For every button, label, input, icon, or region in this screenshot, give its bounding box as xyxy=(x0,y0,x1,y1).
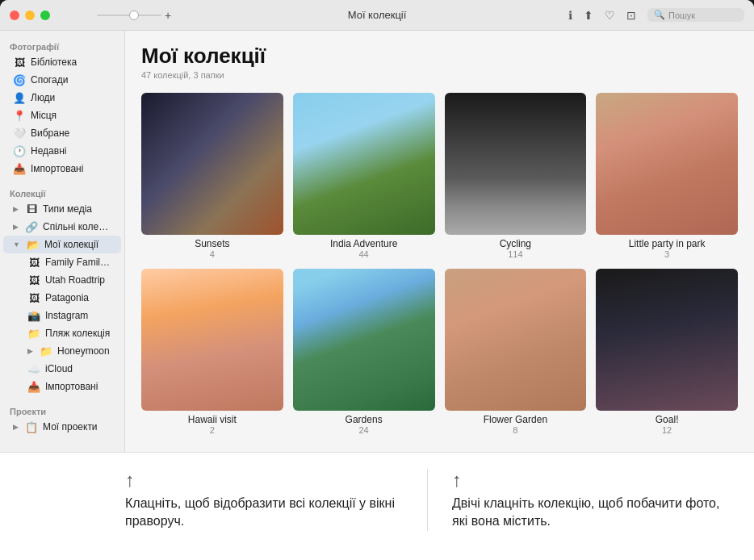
sidebar-item-imported2[interactable]: 📥 Імпортовані xyxy=(3,378,121,395)
sidebar-item-imported[interactable]: 📥 Імпортовані xyxy=(3,160,121,178)
photo-count-flower: 8 xyxy=(513,425,517,435)
sidebar-label-media-types: Типи медіа xyxy=(43,203,92,215)
chevron-down-icon: ▼ xyxy=(13,240,20,249)
sidebar-label-my-collections: Мої колекції xyxy=(44,239,98,250)
sidebar-item-icloud[interactable]: ☁️ iCloud xyxy=(3,360,121,378)
annotation-right-text: Двічі клацніть колекцію, щоб побачити фо… xyxy=(452,495,730,531)
sidebar-item-utah[interactable]: 🖼 Utah Roadtrip xyxy=(3,271,121,289)
sidebar-label-utah: Utah Roadtrip xyxy=(45,274,105,286)
list-item[interactable]: Cycling 114 xyxy=(445,93,587,259)
photo-thumbnail-party xyxy=(596,93,738,235)
sidebar-label-instagram: Instagram xyxy=(45,310,88,321)
titlebar-center: Мої колекції xyxy=(348,9,407,21)
content-area: Мої колекції 47 колекцій, 3 папки Sunset… xyxy=(125,31,754,452)
photo-name-india: India Adventure xyxy=(330,238,397,249)
sidebar-item-recent[interactable]: 🕐 Недавні xyxy=(3,142,121,160)
favorites-icon: 🤍 xyxy=(13,127,26,140)
photo-name-cycling: Cycling xyxy=(500,238,531,249)
photo-count-hawaii: 2 xyxy=(210,425,215,435)
annotation-right: ↑ Двічі клацніть колекцію, щоб побачити … xyxy=(427,469,754,531)
sidebar-label-imported2: Імпортовані xyxy=(45,381,98,392)
sidebar-item-shared[interactable]: ▶ 🔗 Спільні колекції xyxy=(3,218,121,236)
list-item[interactable]: Flower Garden 8 xyxy=(445,269,587,435)
patagonia-icon: 🖼 xyxy=(27,291,40,304)
chevron-right-icon2: ▶ xyxy=(13,223,19,231)
page-subtitle: 47 колекцій, 3 папки xyxy=(141,70,738,80)
sidebar-item-favorites[interactable]: 🤍 Вибране xyxy=(3,124,121,142)
sidebar-label-honeymoon: Honeymoon xyxy=(57,345,110,357)
list-item[interactable]: Goal! 12 xyxy=(596,269,738,435)
media-icon: 🎞 xyxy=(25,203,38,215)
close-button[interactable] xyxy=(10,10,19,20)
projects-icon: 📋 xyxy=(25,420,38,433)
places-icon: 📍 xyxy=(13,109,26,122)
photo-thumbnail-goal xyxy=(596,269,738,411)
recent-icon: 🕐 xyxy=(13,144,26,157)
memories-icon: 🌀 xyxy=(13,73,26,86)
utah-icon: 🖼 xyxy=(27,274,40,286)
list-item[interactable]: Sunsets 4 xyxy=(141,93,283,259)
photo-name-goal: Goal! xyxy=(656,414,679,425)
sidebar-label-memories: Спогади xyxy=(31,74,68,86)
list-item[interactable]: Hawaii visit 2 xyxy=(141,269,283,435)
list-item[interactable]: India Adventure 44 xyxy=(293,93,435,259)
sidebar-item-patagonia[interactable]: 🖼 Patagonia xyxy=(3,289,121,307)
window-title: Мої колекції xyxy=(348,9,407,21)
photo-name-hawaii: Hawaii visit xyxy=(188,414,237,425)
sidebar-label-people: Люди xyxy=(31,92,55,103)
share-icon[interactable]: ⬆ xyxy=(584,9,593,22)
list-item[interactable]: Little party in park 3 xyxy=(596,93,738,259)
list-item[interactable]: Gardens 24 xyxy=(293,269,435,435)
zoom-slider-track xyxy=(97,15,161,16)
chevron-right-icon: ▶ xyxy=(13,205,19,213)
zoom-slider-thumb[interactable] xyxy=(129,10,139,20)
instagram-icon: 📸 xyxy=(27,309,40,322)
photo-thumbnail-sunsets xyxy=(141,93,283,235)
search-box[interactable]: 🔍 Пошук xyxy=(647,8,744,22)
zoom-slider-container: + xyxy=(97,9,171,22)
sidebar-item-media-types[interactable]: ▶ 🎞 Типи медіа xyxy=(3,200,121,218)
sidebar-label-icloud: iCloud xyxy=(45,363,73,374)
photo-thumbnail-hawaii xyxy=(141,269,283,411)
sidebar-item-beach[interactable]: 📁 Пляж колекція xyxy=(3,324,121,342)
sidebar-label-places: Місця xyxy=(31,110,57,121)
annotation-left-text: Клацніть, щоб відобразити всі колекції у… xyxy=(125,495,403,531)
imported2-icon: 📥 xyxy=(27,380,40,393)
photo-thumbnail-flower xyxy=(445,269,587,411)
sidebar-label-beach: Пляж колекція xyxy=(45,328,110,339)
imported-icon: 📥 xyxy=(13,162,26,175)
sidebar-item-memories[interactable]: 🌀 Спогади xyxy=(3,71,121,89)
add-collection-icon[interactable]: ⊡ xyxy=(626,9,636,22)
page-title: Мої колекції xyxy=(141,44,738,69)
sidebar-item-my-projects[interactable]: ▶ 📋 Мої проекти xyxy=(3,418,121,436)
sidebar-item-instagram[interactable]: 📸 Instagram xyxy=(3,307,121,324)
photo-grid: Sunsets 4 India Adventure 44 Cycling 114 xyxy=(141,93,738,435)
info-icon[interactable]: ℹ xyxy=(568,9,572,22)
photo-name-sunsets: Sunsets xyxy=(195,238,229,249)
sidebar-label-imported: Імпортовані xyxy=(31,163,83,174)
family-icon: 🖼 xyxy=(27,256,40,269)
photo-name-flower: Flower Garden xyxy=(484,414,547,425)
sidebar-item-family[interactable]: 🖼 Family Family... xyxy=(3,253,121,271)
photo-name-party: Little party in park xyxy=(629,238,706,249)
sidebar-item-my-collections[interactable]: ▼ 📂 Мої колекції xyxy=(3,236,121,253)
sidebar-item-people[interactable]: 👤 Люди xyxy=(3,89,121,107)
search-placeholder: Пошук xyxy=(668,10,695,20)
titlebar-actions: ℹ ⬆ ♡ ⊡ 🔍 Пошук xyxy=(568,8,744,22)
maximize-button[interactable] xyxy=(40,10,50,20)
my-collections-icon: 📂 xyxy=(27,238,40,251)
sidebar-item-library[interactable]: 🖼 Бібліотека xyxy=(3,53,121,71)
zoom-in-button[interactable]: + xyxy=(165,9,171,22)
annotation-area: ↑ Клацніть, щоб відобразити всі колекції… xyxy=(0,452,754,560)
arrow-up-right-icon: ↑ xyxy=(452,469,730,491)
sidebar-label-family: Family Family... xyxy=(45,257,111,268)
annotation-left: ↑ Клацніть, щоб відобразити всі колекції… xyxy=(0,469,427,531)
sidebar-item-places[interactable]: 📍 Місця xyxy=(3,107,121,124)
heart-icon[interactable]: ♡ xyxy=(605,9,615,22)
photo-thumbnail-cycling xyxy=(445,93,587,235)
sidebar-label-shared: Спільні колекції xyxy=(43,221,111,232)
photo-thumbnail-india xyxy=(293,93,435,235)
main-window: + Мої колекції ℹ ⬆ ♡ ⊡ 🔍 Пошук Фотографі… xyxy=(0,0,754,452)
minimize-button[interactable] xyxy=(25,10,35,20)
sidebar-item-honeymoon[interactable]: ▶ 📁 Honeymoon xyxy=(3,342,121,360)
